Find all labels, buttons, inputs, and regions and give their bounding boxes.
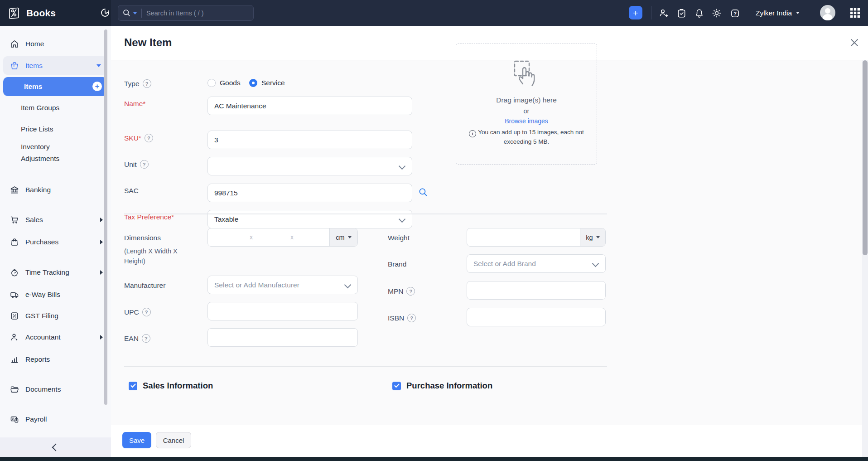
- manufacturer-label: Manufacturer: [124, 281, 165, 290]
- help-circle-icon[interactable]: ?: [142, 308, 151, 316]
- upload-note: iYou can add up to 15 images, each not e…: [456, 128, 597, 146]
- chevron-right-icon: [100, 270, 103, 275]
- org-name: Zylker India: [756, 9, 792, 17]
- image-upload-dropzone[interactable]: Drag image(s) here or Browse images iYou…: [456, 44, 597, 165]
- radio-off-icon[interactable]: [207, 79, 216, 87]
- sidebar-item-reports[interactable]: Reports: [0, 351, 111, 368]
- tasks-clipboard-icon[interactable]: [676, 8, 687, 19]
- app-logo-area[interactable]: Books: [0, 0, 111, 26]
- checkbox-checked-icon[interactable]: [392, 382, 401, 390]
- radio-on-icon[interactable]: [249, 79, 257, 87]
- cancel-button[interactable]: Cancel: [156, 432, 191, 448]
- weight-input[interactable]: kg: [467, 228, 606, 247]
- form-footer: Save Cancel: [111, 425, 868, 457]
- isbn-input[interactable]: [467, 308, 606, 326]
- upc-input[interactable]: [207, 302, 358, 320]
- chevron-right-icon: [100, 335, 103, 340]
- ean-input[interactable]: [207, 328, 358, 347]
- sidebar-subitem-inventory-adjustments[interactable]: Inventory Adjustments: [0, 140, 107, 165]
- add-item-plus-icon[interactable]: +: [92, 82, 102, 91]
- type-goods-radio[interactable]: Goods: [207, 79, 241, 87]
- search-scope-caret-icon[interactable]: [133, 12, 137, 15]
- tax-preference-select[interactable]: Taxable: [207, 210, 412, 228]
- section-divider: [124, 214, 607, 214]
- sidebar-item-label: Items: [24, 82, 43, 91]
- search-icon: [123, 9, 130, 17]
- purchase-information-toggle[interactable]: Purchase Information: [392, 381, 492, 391]
- unit-select[interactable]: [207, 157, 412, 175]
- sidebar-collapse-bar[interactable]: [0, 437, 111, 457]
- sidebar-scrollbar[interactable]: [104, 29, 107, 405]
- radio-label[interactable]: Service: [261, 79, 285, 87]
- unit-value: cm: [336, 234, 344, 241]
- sidebar-subitem-item-groups[interactable]: Item Groups: [0, 101, 107, 115]
- sac-input[interactable]: [207, 184, 412, 202]
- chevron-right-icon: [100, 240, 103, 244]
- help-circle-icon[interactable]: ?: [143, 79, 151, 88]
- caret-down-icon: [348, 236, 352, 238]
- weight-label: Weight: [388, 234, 410, 242]
- chevron-down-icon: [592, 260, 599, 267]
- topbar-divider: [651, 6, 651, 19]
- org-switcher[interactable]: Zylker India: [756, 0, 800, 26]
- mpn-input[interactable]: [467, 281, 606, 300]
- sidebar-item-banking[interactable]: Banking: [0, 182, 111, 198]
- unit-value: kg: [586, 234, 593, 241]
- app-name: Books: [26, 8, 56, 19]
- payroll-icon: [10, 415, 19, 424]
- help-icon[interactable]: ?: [729, 8, 740, 19]
- help-circle-icon[interactable]: ?: [407, 314, 416, 322]
- save-button[interactable]: Save: [122, 432, 151, 448]
- settings-gear-icon[interactable]: [711, 8, 722, 19]
- checkbox-checked-icon[interactable]: [129, 382, 137, 390]
- brand-label: Brand: [388, 260, 406, 268]
- help-circle-icon[interactable]: ?: [140, 160, 149, 169]
- name-label: Name*: [124, 100, 145, 108]
- sidebar-subitem-price-lists[interactable]: Price Lists: [0, 122, 107, 136]
- sidebar-item-items-parent[interactable]: Items: [3, 56, 107, 75]
- sku-input[interactable]: [207, 131, 412, 149]
- help-circle-icon[interactable]: ?: [406, 287, 415, 296]
- sales-information-toggle[interactable]: Sales Information: [129, 381, 213, 391]
- weight-unit-select[interactable]: kg: [580, 228, 605, 246]
- collapse-left-icon: [52, 443, 59, 451]
- sidebar-item-payroll[interactable]: Payroll: [0, 411, 111, 427]
- refer-users-icon[interactable]: [658, 8, 669, 19]
- recent-history-icon[interactable]: [98, 5, 112, 20]
- sidebar-item-purchases[interactable]: Purchases: [0, 234, 111, 250]
- main-scrollbar-thumb[interactable]: [863, 60, 868, 255]
- quick-create-button[interactable]: +: [629, 6, 642, 19]
- dimensions-unit-select[interactable]: cm: [329, 228, 357, 246]
- global-search[interactable]: Search in Items ( / ): [118, 5, 254, 21]
- upload-text: Drag image(s) here: [456, 96, 597, 104]
- sidebar-item-sales[interactable]: Sales: [0, 212, 111, 228]
- notifications-bell-icon[interactable]: [694, 8, 704, 19]
- sidebar-item-label: Purchases: [25, 238, 58, 246]
- app-grid-icon[interactable]: [850, 8, 860, 18]
- sidebar-item-accountant[interactable]: Accountant: [0, 329, 111, 345]
- sidebar-item-home[interactable]: Home: [0, 36, 111, 52]
- name-input[interactable]: [207, 97, 412, 115]
- dimensions-input[interactable]: x x cm: [207, 228, 358, 247]
- sidebar-item-eway-bills[interactable]: e-Way Bills: [0, 286, 111, 303]
- type-service-radio[interactable]: Service: [249, 79, 285, 87]
- brand-select[interactable]: Select or Add Brand: [467, 254, 606, 273]
- sidebar-item-time-tracking[interactable]: Time Tracking: [0, 264, 111, 281]
- bar-chart-icon: [10, 355, 19, 364]
- type-label: Type ?: [124, 79, 151, 88]
- manufacturer-select[interactable]: Select or Add Manufacturer: [207, 276, 358, 294]
- chevron-right-icon: [100, 218, 103, 222]
- user-avatar[interactable]: [820, 5, 835, 20]
- chevron-down-icon: [96, 64, 101, 67]
- sidebar-item-label: Item Groups: [21, 104, 59, 112]
- sidebar-item-documents[interactable]: Documents: [0, 381, 111, 398]
- help-circle-icon[interactable]: ?: [145, 134, 153, 142]
- radio-label[interactable]: Goods: [220, 79, 241, 87]
- sidebar-subitem-items-active[interactable]: Items +: [3, 77, 107, 96]
- browse-images-link[interactable]: Browse images: [505, 117, 548, 125]
- sidebar-item-gst-filing[interactable]: GST Filing: [0, 308, 111, 324]
- sidebar-item-label: Price Lists: [21, 125, 53, 133]
- help-circle-icon[interactable]: ?: [142, 334, 150, 343]
- close-icon[interactable]: [849, 38, 860, 49]
- sac-search-icon[interactable]: [419, 188, 428, 199]
